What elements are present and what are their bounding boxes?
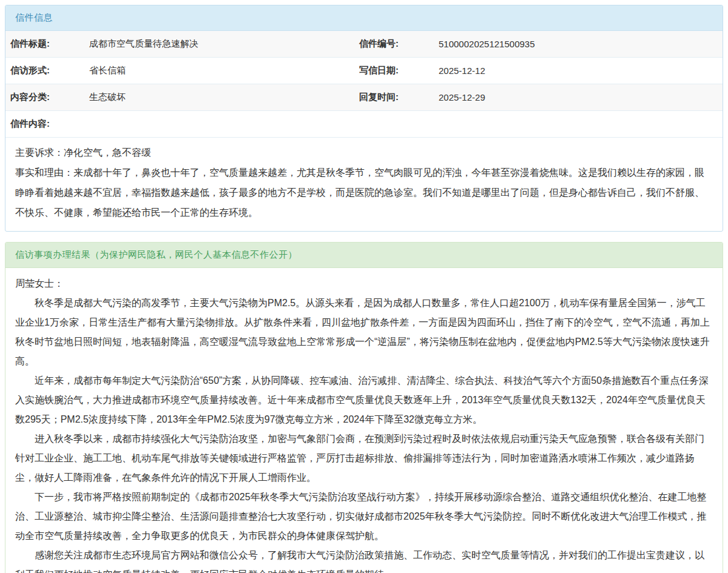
reply-paragraph: 感谢您关注成都市生态环境局官方网站和微信公众号，了解我市大气污染防治政策措施、工…	[15, 546, 713, 573]
main-request-text: 主要诉求：净化空气，急不容缓	[15, 142, 713, 163]
letter-content-label: 信件内容:	[5, 111, 723, 138]
table-row: 内容分类: 生态破坏 回复时间: 2025-12-29	[5, 84, 723, 111]
reply-paragraph: 下一步，我市将严格按照前期制定的《成都市2025年秋冬季大气污染防治攻坚战行动方…	[15, 488, 713, 546]
letter-info-panel: 信件信息 信件标题: 成都市空气质量待急速解决 信件编号: 5100002025…	[5, 5, 723, 232]
letter-title-label: 信件标题:	[5, 31, 84, 58]
reply-greeting: 周莹女士：	[15, 274, 713, 293]
reply-paragraph: 进入秋冬季以来，成都市持续强化大气污染防治攻坚，加密与气象部门会商，在预测到污染…	[15, 429, 713, 488]
table-row: 信件标题: 成都市空气质量待急速解决 信件编号: 510000202512150…	[5, 31, 723, 58]
reply-paragraph: 近年来，成都市每年制定大气污染防治“650”方案，从协同降碳、控车减油、治污减排…	[15, 371, 713, 429]
table-row: 信访形式: 省长信箱 写信日期: 2025-12-12	[5, 58, 723, 84]
category-value: 生态破坏	[84, 84, 354, 111]
handling-result-header: 信访事项办理结果（为保护网民隐私，网民个人基本信息不作公开）	[5, 243, 723, 268]
reply-body: 周莹女士： 秋冬季是成都大气污染的高发季节，主要大气污染物为PM2.5。从源头来…	[5, 268, 723, 573]
table-row: 信件内容:	[5, 111, 723, 138]
letter-number-label: 信件编号:	[354, 31, 434, 58]
petition-form-label: 信访形式:	[5, 58, 84, 84]
reply-time-value: 2025-12-29	[434, 84, 723, 111]
letter-content: 主要诉求：净化空气，急不容缓 事实和理由：来成都十年了，鼻炎也十年了，空气质量越…	[5, 137, 723, 231]
write-date-label: 写信日期:	[354, 58, 434, 84]
write-date-value: 2025-12-12	[434, 58, 723, 84]
petition-form-value: 省长信箱	[84, 58, 354, 84]
letter-info-table: 信件标题: 成都市空气质量待急速解决 信件编号: 510000202512150…	[5, 31, 723, 137]
page: 信件信息 信件标题: 成都市空气质量待急速解决 信件编号: 5100002025…	[0, 0, 728, 573]
category-label: 内容分类:	[5, 84, 84, 111]
facts-text: 事实和理由：来成都十年了，鼻炎也十年了，空气质量越来越差，尤其是秋冬季节，空气肉…	[15, 163, 713, 223]
letter-title-value: 成都市空气质量待急速解决	[84, 31, 354, 58]
letter-number-value: 5100002025121500935	[434, 31, 723, 58]
reply-time-label: 回复时间:	[354, 84, 434, 111]
letter-info-header: 信件信息	[5, 5, 723, 31]
handling-result-panel: 信访事项办理结果（为保护网民隐私，网民个人基本信息不作公开） 周莹女士： 秋冬季…	[5, 242, 723, 573]
reply-paragraph: 秋冬季是成都大气污染的高发季节，主要大气污染物为PM2.5。从源头来看，是因为成…	[15, 293, 713, 371]
